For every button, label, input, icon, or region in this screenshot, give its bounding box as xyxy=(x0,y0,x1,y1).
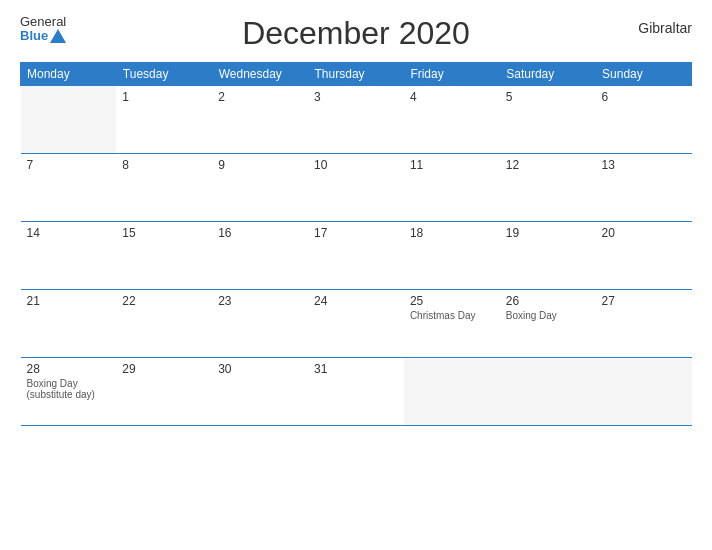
table-row: 4 xyxy=(404,86,500,154)
table-row: 30 xyxy=(212,358,308,426)
day-number: 7 xyxy=(27,158,111,172)
region-label: Gibraltar xyxy=(638,20,692,36)
calendar-week-row: 78910111213 xyxy=(21,154,692,222)
day-number: 16 xyxy=(218,226,302,240)
day-number: 31 xyxy=(314,362,398,376)
calendar-week-row: 14151617181920 xyxy=(21,222,692,290)
day-number: 13 xyxy=(602,158,686,172)
table-row: 28Boxing Day (substitute day) xyxy=(21,358,117,426)
calendar-header: General Blue December 2020 Gibraltar xyxy=(20,15,692,52)
header-thursday: Thursday xyxy=(308,63,404,86)
logo-general-text: General xyxy=(20,15,66,29)
table-row: 26Boxing Day xyxy=(500,290,596,358)
table-row: 22 xyxy=(116,290,212,358)
day-number: 10 xyxy=(314,158,398,172)
day-number: 8 xyxy=(122,158,206,172)
day-number: 19 xyxy=(506,226,590,240)
table-row: 15 xyxy=(116,222,212,290)
day-number: 1 xyxy=(122,90,206,104)
header-saturday: Saturday xyxy=(500,63,596,86)
table-row: 31 xyxy=(308,358,404,426)
weekday-header-row: Monday Tuesday Wednesday Thursday Friday… xyxy=(21,63,692,86)
calendar-container: General Blue December 2020 Gibraltar Mon… xyxy=(0,0,712,550)
holiday-label: Boxing Day xyxy=(506,310,590,321)
table-row: 13 xyxy=(596,154,692,222)
day-number: 11 xyxy=(410,158,494,172)
table-row xyxy=(596,358,692,426)
table-row: 9 xyxy=(212,154,308,222)
table-row: 18 xyxy=(404,222,500,290)
day-number: 27 xyxy=(602,294,686,308)
day-number: 21 xyxy=(27,294,111,308)
day-number: 12 xyxy=(506,158,590,172)
day-number: 26 xyxy=(506,294,590,308)
day-number: 5 xyxy=(506,90,590,104)
calendar-title: December 2020 xyxy=(242,15,470,52)
day-number: 29 xyxy=(122,362,206,376)
day-number: 6 xyxy=(602,90,686,104)
day-number: 4 xyxy=(410,90,494,104)
table-row: 23 xyxy=(212,290,308,358)
day-number: 20 xyxy=(602,226,686,240)
table-row: 19 xyxy=(500,222,596,290)
day-number: 3 xyxy=(314,90,398,104)
table-row xyxy=(21,86,117,154)
header-wednesday: Wednesday xyxy=(212,63,308,86)
table-row: 1 xyxy=(116,86,212,154)
table-row: 6 xyxy=(596,86,692,154)
table-row: 3 xyxy=(308,86,404,154)
table-row: 20 xyxy=(596,222,692,290)
day-number: 18 xyxy=(410,226,494,240)
table-row: 29 xyxy=(116,358,212,426)
logo-blue-text: Blue xyxy=(20,29,48,43)
calendar-week-row: 2122232425Christmas Day26Boxing Day27 xyxy=(21,290,692,358)
day-number: 14 xyxy=(27,226,111,240)
table-row: 8 xyxy=(116,154,212,222)
day-number: 17 xyxy=(314,226,398,240)
day-number: 22 xyxy=(122,294,206,308)
table-row: 10 xyxy=(308,154,404,222)
table-row: 27 xyxy=(596,290,692,358)
table-row: 2 xyxy=(212,86,308,154)
header-monday: Monday xyxy=(21,63,117,86)
logo: General Blue xyxy=(20,15,66,44)
table-row xyxy=(404,358,500,426)
day-number: 2 xyxy=(218,90,302,104)
day-number: 25 xyxy=(410,294,494,308)
table-row xyxy=(500,358,596,426)
calendar-table: Monday Tuesday Wednesday Thursday Friday… xyxy=(20,62,692,426)
header-tuesday: Tuesday xyxy=(116,63,212,86)
table-row: 21 xyxy=(21,290,117,358)
table-row: 17 xyxy=(308,222,404,290)
header-sunday: Sunday xyxy=(596,63,692,86)
table-row: 7 xyxy=(21,154,117,222)
calendar-week-row: 28Boxing Day (substitute day)293031 xyxy=(21,358,692,426)
day-number: 23 xyxy=(218,294,302,308)
holiday-label: Boxing Day (substitute day) xyxy=(27,378,111,400)
table-row: 5 xyxy=(500,86,596,154)
table-row: 12 xyxy=(500,154,596,222)
day-number: 28 xyxy=(27,362,111,376)
table-row: 24 xyxy=(308,290,404,358)
header-friday: Friday xyxy=(404,63,500,86)
logo-triangle-icon xyxy=(50,29,66,43)
calendar-week-row: 123456 xyxy=(21,86,692,154)
table-row: 14 xyxy=(21,222,117,290)
table-row: 16 xyxy=(212,222,308,290)
day-number: 30 xyxy=(218,362,302,376)
table-row: 25Christmas Day xyxy=(404,290,500,358)
day-number: 24 xyxy=(314,294,398,308)
day-number: 9 xyxy=(218,158,302,172)
holiday-label: Christmas Day xyxy=(410,310,494,321)
day-number: 15 xyxy=(122,226,206,240)
table-row: 11 xyxy=(404,154,500,222)
